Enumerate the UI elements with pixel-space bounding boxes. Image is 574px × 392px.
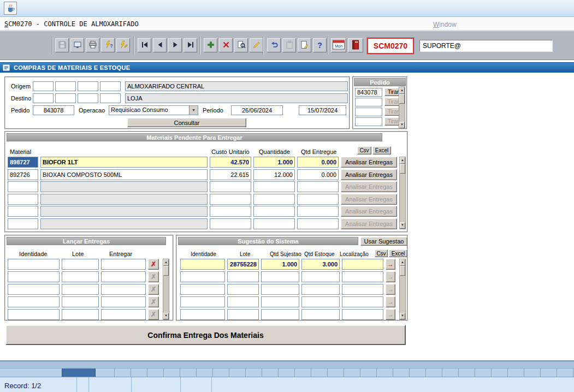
lancar-scrollbar[interactable]: ▲ ▼ [163, 259, 169, 320]
periodo-start-input[interactable] [231, 105, 283, 115]
lote-input[interactable] [227, 259, 259, 270]
qtd-sugestao-input[interactable] [261, 296, 299, 307]
scroll-down-icon[interactable]: ▼ [400, 222, 405, 229]
origem-code-4-input[interactable] [100, 81, 121, 91]
localizacao-input[interactable] [342, 284, 383, 295]
display-button[interactable] [70, 38, 84, 52]
lote-input[interactable] [227, 296, 259, 307]
destino-code-1-input[interactable] [33, 93, 54, 103]
next-record-button[interactable] [168, 38, 182, 52]
quantity-input[interactable] [253, 181, 295, 192]
sugestao-scrollbar[interactable]: ▲ ▼ [399, 259, 406, 320]
active-tab[interactable] [62, 369, 96, 377]
library-button[interactable] [348, 38, 363, 52]
origem-code-2-input[interactable] [55, 81, 76, 91]
unit-cost-input[interactable] [210, 218, 251, 229]
scrollbar-thumb[interactable] [400, 164, 405, 174]
qtd-sugestao-input[interactable] [261, 271, 299, 282]
lote-input[interactable] [62, 259, 99, 270]
delivered-qty-input[interactable] [297, 218, 339, 229]
identidade-input[interactable] [180, 259, 225, 270]
pedido-numero-input[interactable] [355, 88, 382, 97]
confirma-entrega-button[interactable]: Confirma Entrega Dos Materiais [5, 325, 406, 345]
apply-suggestion-button[interactable]: → [386, 259, 395, 270]
quantity-input[interactable] [253, 206, 295, 217]
csv-button[interactable]: Csv [357, 146, 371, 155]
unit-cost-input[interactable] [210, 194, 251, 205]
lote-input[interactable] [62, 284, 99, 295]
excel-button[interactable]: Excel [372, 146, 391, 155]
qtd-sugestao-input[interactable] [261, 259, 299, 270]
pedido-numero-input[interactable] [355, 98, 382, 106]
print-button[interactable] [86, 38, 99, 52]
qtd-estoque-input[interactable] [301, 284, 340, 295]
identidade-input[interactable] [8, 284, 60, 295]
pedido-input[interactable] [33, 105, 74, 115]
unit-cost-input[interactable] [210, 206, 251, 217]
material-code-input[interactable] [8, 157, 38, 168]
scrollbar-thumb[interactable] [399, 94, 405, 104]
operacao-select[interactable]: Requisicao Consumo ▼ [109, 105, 198, 115]
qtd-sugestao-input[interactable] [261, 284, 299, 295]
last-record-button[interactable] [184, 38, 197, 52]
origem-name-field[interactable] [125, 81, 348, 91]
material-code-input[interactable] [8, 169, 38, 180]
scroll-down-icon[interactable]: ▼ [400, 313, 405, 319]
lote-input[interactable] [62, 296, 99, 307]
identidade-input[interactable] [180, 309, 225, 320]
qtd-estoque-input[interactable] [301, 259, 340, 270]
material-code-input[interactable] [8, 194, 38, 205]
help-button[interactable]: ? [313, 38, 327, 52]
undo-button[interactable] [267, 38, 281, 52]
unit-cost-input[interactable] [210, 181, 251, 192]
excel-button[interactable]: Excel [389, 250, 407, 257]
delivered-qty-input[interactable] [297, 169, 339, 180]
execute-query-button[interactable] [116, 38, 130, 52]
entregar-input[interactable] [101, 309, 146, 320]
scroll-down-icon[interactable]: ▼ [163, 313, 169, 319]
delivered-qty-input[interactable] [297, 181, 339, 192]
menu-window[interactable]: Window [433, 21, 457, 28]
scroll-up-icon[interactable]: ▲ [399, 87, 405, 94]
unit-cost-input[interactable] [210, 157, 251, 168]
identidade-input[interactable] [8, 271, 60, 282]
analisar-entregas-button[interactable]: Analisar Entregas [341, 157, 397, 168]
destino-code-2-input[interactable] [55, 93, 76, 103]
material-code-input[interactable] [8, 218, 38, 229]
clipboard-button[interactable] [282, 38, 296, 52]
material-desc-input[interactable] [40, 157, 208, 168]
delivered-qty-input[interactable] [297, 157, 339, 168]
edit-form-button[interactable] [298, 38, 311, 52]
previous-record-button[interactable] [153, 38, 167, 52]
qtd-estoque-input[interactable] [301, 296, 340, 307]
entregar-input[interactable] [101, 271, 146, 282]
identidade-input[interactable] [8, 296, 60, 307]
scroll-down-icon[interactable]: ▼ [399, 122, 405, 128]
origem-code-3-input[interactable] [78, 81, 98, 91]
pedido-numero-input[interactable] [355, 117, 382, 126]
enter-query-button[interactable]: ? [101, 38, 115, 52]
save-button[interactable] [55, 38, 69, 52]
quantity-input[interactable] [253, 169, 295, 180]
quantity-input[interactable] [253, 218, 295, 229]
localizacao-input[interactable] [342, 259, 383, 270]
localizacao-input[interactable] [342, 296, 383, 307]
localizacao-input[interactable] [342, 309, 383, 320]
pedido-scrollbar[interactable]: ▲ ▼ [399, 87, 405, 129]
destino-name-field[interactable] [125, 93, 348, 103]
find-record-button[interactable] [234, 38, 248, 52]
materiais-scrollbar[interactable]: ▲ ▼ [399, 157, 406, 229]
periodo-end-input[interactable] [299, 105, 346, 115]
lote-input[interactable] [227, 284, 259, 295]
material-desc-input[interactable] [40, 169, 208, 180]
edit-record-button[interactable] [250, 38, 263, 52]
first-record-button[interactable] [138, 38, 151, 52]
destino-code-3-input[interactable] [78, 93, 98, 103]
scrollbar-thumb[interactable] [163, 266, 169, 276]
delete-record-button[interactable] [219, 38, 233, 52]
qtd-estoque-input[interactable] [301, 271, 340, 282]
analisar-entregas-button[interactable]: Analisar Entregas [341, 169, 397, 180]
scrollbar-thumb[interactable] [400, 266, 405, 276]
identidade-input[interactable] [180, 284, 225, 295]
localizacao-input[interactable] [342, 271, 383, 282]
